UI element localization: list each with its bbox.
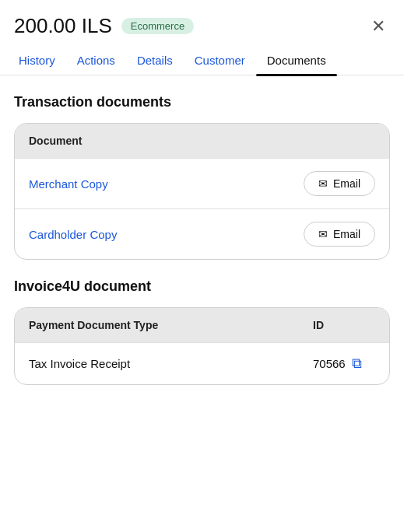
close-button[interactable]: ✕	[367, 16, 390, 37]
cardholder-copy-row: Cardholder Copy ✉ Email	[15, 208, 389, 259]
invoice-type-header: Payment Document Type	[29, 319, 158, 331]
email-icon: ✉	[318, 177, 328, 190]
merchant-copy-email-button[interactable]: ✉ Email	[304, 171, 375, 196]
ecommerce-badge: Ecommerce	[121, 18, 194, 34]
merchant-copy-link[interactable]: Merchant Copy	[29, 177, 108, 191]
invoice-id-cell: 70566 ⧉	[313, 355, 375, 372]
invoice-type-value: Tax Invoice Receipt	[29, 357, 130, 370]
merchant-email-label: Email	[333, 177, 360, 190]
cardholder-copy-email-button[interactable]: ✉ Email	[304, 222, 375, 247]
tax-invoice-row: Tax Invoice Receipt 70566 ⧉	[15, 342, 389, 384]
transaction-section-title: Transaction documents	[14, 94, 390, 110]
tab-bar: History Actions Details Customer Documen…	[0, 46, 404, 75]
tab-details[interactable]: Details	[126, 46, 184, 75]
amount: 200.00 ILS	[14, 14, 112, 38]
cardholder-copy-link[interactable]: Cardholder Copy	[29, 228, 117, 241]
invoice-id-header: ID	[313, 319, 375, 331]
invoice-document-card: Payment Document Type ID Tax Invoice Rec…	[14, 307, 390, 385]
content-area: Transaction documents Document Merchant …	[0, 75, 404, 399]
tab-actions[interactable]: Actions	[66, 46, 126, 75]
transaction-documents-card: Document Merchant Copy ✉ Email Cardholde…	[14, 123, 390, 260]
email-icon-2: ✉	[318, 228, 328, 240]
invoice-table-header-row: Payment Document Type ID	[15, 308, 389, 342]
copy-icon[interactable]: ⧉	[352, 355, 362, 372]
merchant-copy-row: Merchant Copy ✉ Email	[15, 158, 389, 208]
tab-history[interactable]: History	[8, 46, 66, 75]
tab-customer[interactable]: Customer	[184, 46, 256, 75]
tab-documents[interactable]: Documents	[256, 46, 337, 75]
header: 200.00 ILS Ecommerce ✕	[0, 0, 404, 46]
transaction-table-header: Document	[15, 124, 389, 158]
invoice-section-title: Invoice4U document	[14, 278, 390, 295]
invoice-id-value: 70566	[313, 357, 346, 370]
cardholder-email-label: Email	[333, 228, 360, 240]
header-left: 200.00 ILS Ecommerce	[14, 14, 194, 38]
